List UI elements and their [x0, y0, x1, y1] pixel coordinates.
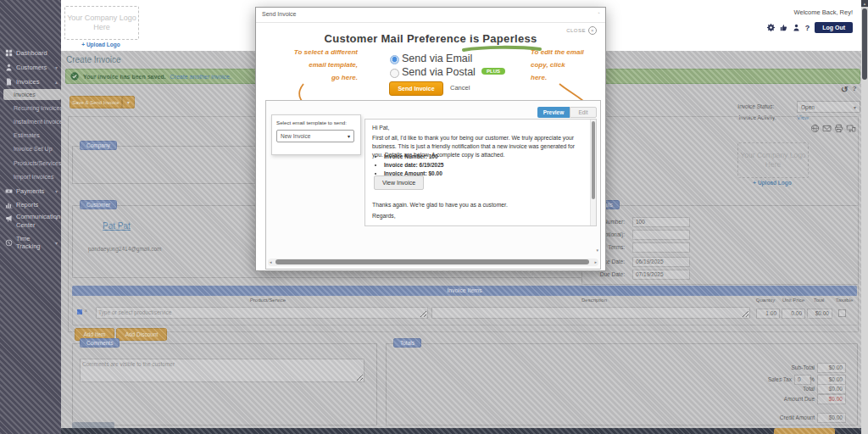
- sidebar-item-reports[interactable]: Reports: [5, 201, 58, 209]
- invoice-status-label: Invoice Status:: [722, 103, 774, 109]
- invoice-date-field[interactable]: 06/19/2025: [632, 257, 690, 267]
- sidebar-item-payments[interactable]: Payments ▾: [5, 187, 58, 195]
- col-description: Description: [433, 298, 755, 303]
- browser-scrollbar[interactable]: ▴: [861, 0, 868, 434]
- sidebar-item-label: Customers: [16, 64, 47, 71]
- app-window: Dashboard Customers ▾ Invoices ▴ Invoice…: [0, 0, 868, 434]
- submenu-item-recurring-invoices[interactable]: Recurring Invoices: [14, 105, 59, 111]
- sidebar-item-label: Reports: [16, 201, 38, 209]
- sidebar-item-time-tracking[interactable]: Time Tracking ▾: [5, 235, 58, 250]
- help-icon[interactable]: ?: [805, 24, 810, 32]
- chevron-down-icon: ▾: [55, 215, 58, 221]
- sidebar-item-communication-center[interactable]: Communication Center ▾: [5, 213, 58, 230]
- email-vertical-scrollbar[interactable]: [590, 120, 596, 225]
- email-detail-item: Invoice date: 6/19/2025: [384, 162, 443, 168]
- row-drag-handle[interactable]: [77, 309, 82, 314]
- scroll-down-arrow-icon[interactable]: ▾: [596, 248, 598, 253]
- scrollbar-thumb[interactable]: [592, 121, 595, 199]
- send-via-email-radio[interactable]: [390, 55, 399, 64]
- upload-logo-link[interactable]: + Upload Logo: [64, 42, 137, 47]
- cancel-link[interactable]: Cancel: [450, 84, 470, 92]
- modal-scroll-region: Select email template to send: New Invoi…: [265, 100, 601, 270]
- submenu-item-products-services[interactable]: Products/Services: [14, 160, 59, 166]
- help-icon[interactable]: ?: [852, 85, 856, 94]
- chevron-down-icon: ▾: [348, 133, 350, 139]
- customer-name-link[interactable]: Pat Pat: [103, 221, 131, 231]
- send-via-postal-label[interactable]: Send via Postal: [402, 66, 476, 78]
- dashboard-icon: [5, 49, 13, 57]
- invoice-status-select[interactable]: Open▾: [797, 101, 860, 113]
- details-section: Details Invoice Number: 100 PO Number (O…: [581, 205, 859, 285]
- thumbs-up-icon[interactable]: [780, 24, 787, 31]
- preview-tab[interactable]: Preview: [537, 107, 570, 118]
- welcome-text: Welcome Back, Rey!: [794, 8, 853, 16]
- total-label: Total: [641, 386, 815, 392]
- send-invoice-button[interactable]: Send Invoice: [389, 81, 443, 96]
- col-unit-price: Unit Price: [779, 298, 808, 303]
- row-delete-icon[interactable]: x: [85, 308, 87, 313]
- template-select-label: Select email template to send:: [276, 120, 347, 125]
- invoice-icon: [5, 78, 13, 86]
- comments-section: Comments: [72, 343, 377, 426]
- modal-title: Send Invoice: [262, 11, 296, 17]
- bottom-cutoff-strip: [61, 428, 861, 434]
- submenu-item-installment-invoices[interactable]: Installment Invoices: [14, 119, 59, 125]
- taxable-checkbox[interactable]: [838, 309, 846, 317]
- sidebar-item-customers[interactable]: Customers ▾: [5, 64, 58, 71]
- view-invoice-button[interactable]: View Invoice: [374, 175, 424, 190]
- email-signoff: Regards,: [372, 213, 396, 219]
- email-preview: Hi Pat, First of all, I'd like to thank …: [364, 119, 597, 226]
- scroll-up-arrow-icon[interactable]: ▴: [861, 0, 868, 7]
- edit-tab[interactable]: Edit: [570, 107, 597, 118]
- submenu-item-invoice-set-up[interactable]: Invoice Set Up: [14, 146, 59, 152]
- page-title: Create Invoice: [66, 55, 120, 64]
- chevron-down-icon: ▾: [55, 64, 58, 70]
- sidebar-item-label: Invoices: [16, 78, 40, 86]
- amount-due-value: $0.00: [817, 394, 846, 404]
- scroll-left-arrow-icon[interactable]: ◂: [270, 259, 272, 264]
- description-input[interactable]: [431, 307, 750, 319]
- annotation-left: To select a differentemail template,go h…: [277, 46, 358, 84]
- payments-icon: [5, 187, 13, 195]
- customer-email: pandaeyung2414@gmail.com: [88, 246, 161, 252]
- submenu-item-invoices[interactable]: Invoices: [3, 89, 61, 100]
- invoice-number-field[interactable]: 100: [632, 217, 690, 227]
- total-value: $0.00: [817, 384, 846, 394]
- total-field: $0.00: [807, 309, 832, 319]
- scrollbar-thumb[interactable]: [862, 8, 867, 80]
- sidebar-item-invoices[interactable]: Invoices ▴: [5, 78, 58, 86]
- email-greeting: Hi Pat,: [372, 125, 389, 131]
- sales-tax-rate-input[interactable]: 0: [794, 375, 811, 385]
- comments-input[interactable]: [80, 359, 364, 382]
- submenu-item-estimates[interactable]: Estimates: [14, 132, 59, 138]
- send-via-email-label[interactable]: Send via Email: [402, 53, 472, 64]
- col-product-service: Product/Service: [98, 298, 437, 303]
- email-detail-item: Invoice Number: 100: [384, 153, 443, 159]
- logout-button[interactable]: Log Out: [815, 22, 853, 33]
- user-icon[interactable]: [793, 24, 800, 31]
- send-via-postal-radio[interactable]: [390, 69, 399, 78]
- comments-section-label: Comments: [80, 338, 120, 348]
- gear-icon[interactable]: [767, 24, 775, 31]
- totals-section-label: Totals: [393, 338, 421, 348]
- sidebar-item-dashboard[interactable]: Dashboard: [5, 49, 58, 57]
- add-discount-button[interactable]: Add Discount: [116, 328, 167, 341]
- save-send-dropdown-toggle[interactable]: ▾: [122, 96, 135, 108]
- undo-icon[interactable]: ↺: [841, 85, 848, 94]
- submenu-item-import-invoices[interactable]: Import Invoices: [14, 174, 59, 180]
- create-another-invoice-link[interactable]: Create another invoice.: [170, 74, 231, 80]
- due-date-field[interactable]: 07/19/2025: [632, 270, 690, 280]
- product-service-input[interactable]: [96, 307, 428, 319]
- email-template-select[interactable]: New Invoice▾: [276, 130, 354, 142]
- scroll-right-arrow-icon[interactable]: ▸: [594, 259, 597, 264]
- po-number-field[interactable]: [632, 230, 690, 240]
- invoice-items-header: Invoice Items: [72, 286, 857, 296]
- terms-field[interactable]: [632, 242, 690, 253]
- save-send-invoice-button[interactable]: Save & Send Invoice ▾: [70, 96, 135, 108]
- col-taxable: Taxable: [832, 298, 856, 303]
- modal-horizontal-scrollbar[interactable]: ◂ ▸: [268, 259, 598, 266]
- unit-price-field[interactable]: 0.00: [782, 309, 805, 319]
- quantity-field[interactable]: 1.00: [756, 309, 780, 319]
- scrollbar-thumb[interactable]: [275, 259, 589, 264]
- modal-corner-icon: ◔: [597, 10, 600, 16]
